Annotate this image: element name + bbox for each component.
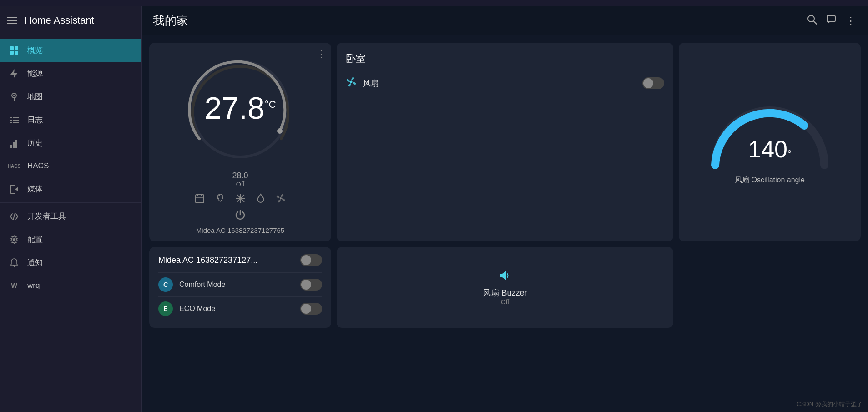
temp-value: 27.8°C — [204, 90, 276, 125]
card-menu-button[interactable]: ⋮ — [317, 48, 326, 59]
sidebar-item-label-energy: 能源 — [27, 68, 43, 79]
sidebar-item-media[interactable]: 媒体 — [0, 177, 141, 201]
page-title: 我的家 — [153, 13, 188, 29]
sidebar-item-dev-tools[interactable]: 开发者工具 — [0, 205, 141, 228]
cool-mode-icon[interactable] — [236, 193, 246, 206]
svg-rect-3 — [15, 51, 18, 55]
watermark: CSDN @我的小帽子歪了 — [797, 400, 863, 408]
fan-icon — [346, 76, 357, 90]
svg-line-23 — [813, 21, 817, 24]
ac-toggle-card: Midea AC 163827237127... C Comfort Mode … — [149, 247, 331, 328]
hacs-icon: HACS — [9, 161, 19, 171]
app-title: Home Assistant — [25, 15, 94, 26]
fan-toggle[interactable] — [642, 77, 664, 89]
schedule-mode-icon[interactable] — [195, 193, 205, 206]
search-icon[interactable] — [807, 15, 817, 27]
buzzer-speaker-icon — [499, 269, 511, 285]
fan-mode-icon[interactable] — [276, 193, 286, 206]
fan-name: 风扇 — [363, 78, 636, 89]
svg-point-36 — [280, 197, 282, 199]
sidebar-item-wrq[interactable]: W wrq — [0, 274, 141, 297]
gauge-container: 140° — [706, 99, 833, 172]
comfort-mode-toggle[interactable] — [300, 279, 322, 291]
eco-mode-label: ECO Mode — [179, 305, 300, 313]
sidebar-item-label-history: 历史 — [27, 138, 43, 148]
svg-point-6 — [13, 95, 15, 96]
main-content: 我的家 ⋮ ⋮ — [142, 6, 868, 412]
sidebar-item-logs[interactable]: 日志 — [0, 108, 141, 131]
sidebar: Home Assistant 概览 — [0, 6, 142, 412]
wrq-icon: W — [9, 281, 19, 291]
sidebar-item-label-overview: 概览 — [27, 45, 43, 55]
sidebar-item-hacs[interactable]: HACS HACS — [0, 155, 141, 177]
overview-icon — [9, 45, 19, 55]
eco-mode-row: E ECO Mode — [158, 296, 322, 321]
eco-badge: E — [158, 301, 173, 316]
sidebar-item-notifications[interactable]: 通知 — [0, 251, 141, 274]
oscillation-gauge-card: 140° 风扇 Oscillation angle — [679, 43, 861, 241]
sidebar-header: Home Assistant — [0, 6, 141, 35]
comfort-mode-label: Comfort Mode — [179, 281, 300, 289]
sidebar-item-label-dev-tools: 开发者工具 — [27, 211, 66, 221]
dry-mode-icon[interactable] — [257, 193, 265, 206]
history-icon — [9, 138, 19, 148]
buzzer-name: 风扇 Buzzer — [483, 287, 527, 298]
energy-icon — [9, 69, 19, 79]
svg-point-26 — [277, 128, 283, 134]
svg-marker-17 — [15, 187, 18, 191]
sidebar-item-config[interactable]: 配置 — [0, 228, 141, 251]
dev-tools-icon — [9, 211, 19, 221]
svg-rect-2 — [10, 51, 14, 55]
ac-device-name: Midea AC 163827237127765 — [196, 226, 284, 234]
ac-toggle-name: Midea AC 163827237127... — [158, 256, 257, 265]
power-button[interactable] — [235, 209, 246, 223]
sidebar-item-label-logs: 日志 — [27, 115, 43, 125]
buzzer-card: 风扇 Buzzer Off — [337, 247, 673, 328]
chat-icon[interactable] — [826, 15, 836, 27]
svg-rect-16 — [10, 185, 15, 193]
temp-display: 27.8°C — [204, 92, 276, 123]
svg-point-35 — [240, 197, 242, 199]
sidebar-item-history[interactable]: 历史 — [0, 131, 141, 155]
svg-point-19 — [13, 238, 15, 241]
fan-device-row: 风扇 — [346, 73, 664, 94]
sidebar-item-label-config: 配置 — [27, 234, 43, 245]
power-button-wrap — [235, 209, 246, 223]
more-icon[interactable]: ⋮ — [845, 15, 857, 27]
temp-set-display: 28.0 Off — [232, 171, 248, 188]
sidebar-item-label-notifications: 通知 — [27, 257, 43, 268]
sidebar-item-energy[interactable]: 能源 — [0, 62, 141, 85]
notifications-icon — [9, 258, 19, 268]
dashboard: ⋮ 27.8°C — [142, 35, 868, 412]
comfort-badge: C — [158, 277, 173, 292]
hamburger-icon[interactable] — [7, 17, 17, 24]
sidebar-divider — [0, 202, 141, 203]
ac-main-toggle[interactable] — [300, 254, 322, 266]
media-icon — [9, 184, 19, 194]
svg-rect-27 — [196, 195, 204, 203]
sidebar-item-label-wrq: wrq — [27, 281, 40, 290]
heat-mode-icon[interactable] — [216, 193, 225, 206]
thermostat-circle[interactable]: 27.8°C — [186, 55, 295, 164]
topbar — [0, 0, 868, 6]
ac-mode-icons — [195, 193, 286, 206]
svg-line-18 — [13, 213, 15, 220]
svg-rect-38 — [500, 274, 502, 277]
sidebar-nav: 概览 能源 地图 — [0, 35, 141, 412]
gauge-value-display: 140° — [748, 136, 792, 163]
sidebar-item-overview[interactable]: 概览 — [0, 39, 141, 62]
sidebar-item-label-hacs: HACS — [27, 161, 49, 171]
svg-rect-14 — [13, 142, 15, 148]
svg-rect-15 — [15, 140, 17, 148]
eco-mode-toggle[interactable] — [300, 303, 322, 315]
app-container: Home Assistant 概览 — [0, 6, 868, 412]
svg-rect-0 — [10, 46, 14, 50]
svg-marker-4 — [10, 69, 18, 78]
logs-icon — [9, 115, 19, 125]
svg-rect-13 — [10, 145, 12, 148]
bedroom-title: 卧室 — [346, 52, 664, 65]
sidebar-item-map[interactable]: 地图 — [0, 85, 141, 108]
sidebar-item-label-map: 地图 — [27, 91, 43, 102]
header-actions: ⋮ — [807, 15, 857, 27]
sidebar-item-label-media: 媒体 — [27, 184, 43, 194]
